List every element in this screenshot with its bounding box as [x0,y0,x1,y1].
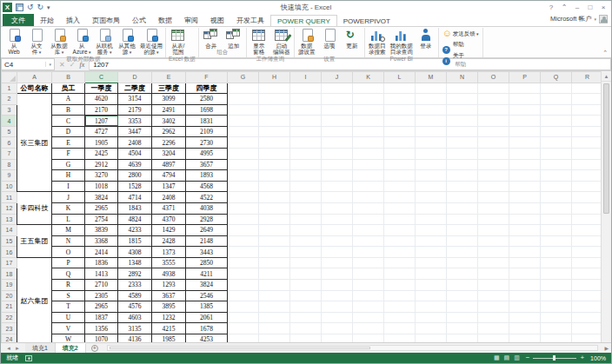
empty-cell[interactable] [478,334,509,342]
empty-cell[interactable] [384,257,416,268]
value-cell-E15[interactable]: 2428 [152,235,186,247]
empty-cell[interactable] [384,225,416,236]
row-header-16[interactable]: 16 [2,247,17,258]
empty-cell[interactable] [416,334,447,342]
empty-cell[interactable] [541,247,572,258]
value-cell-E14[interactable]: 1429 [152,225,186,236]
empty-cell[interactable] [572,137,602,149]
employee-cell[interactable]: I [52,181,85,192]
empty-cell[interactable] [572,290,602,301]
row-header-9[interactable]: 9 [2,170,17,182]
row-header-17[interactable]: 17 [2,257,17,268]
row-header-18[interactable]: 18 [2,268,17,280]
empty-cell[interactable] [541,159,572,170]
empty-cell[interactable] [259,301,290,313]
value-cell-E18[interactable]: 4938 [152,268,186,280]
value-cell-D19[interactable]: 2333 [118,279,152,290]
empty-cell[interactable] [478,257,509,268]
empty-cell[interactable] [478,312,509,323]
employee-cell[interactable]: R [52,279,85,290]
empty-cell[interactable] [259,104,290,116]
empty-cell[interactable] [572,312,602,323]
value-cell-F15[interactable]: 2148 [186,235,228,247]
vertical-scroll-thumb[interactable] [603,83,609,214]
empty-cell[interactable] [384,334,416,342]
empty-cell[interactable] [228,202,259,214]
empty-cell[interactable] [572,192,602,203]
empty-cell[interactable] [384,268,416,280]
empty-cell[interactable] [322,312,353,323]
zoom-out-icon[interactable]: − [526,354,530,361]
empty-cell[interactable] [447,290,478,301]
value-cell-E8[interactable]: 4897 [152,159,186,170]
empty-cell[interactable] [259,235,290,247]
value-cell-D15[interactable]: 1815 [118,235,152,247]
empty-cell[interactable] [290,170,322,182]
empty-cell[interactable] [228,225,259,236]
empty-cell[interactable] [478,137,509,149]
empty-cell[interactable] [572,334,602,342]
empty-cell[interactable] [447,268,478,280]
value-cell-E22[interactable]: 1232 [152,312,186,323]
employee-cell[interactable]: O [52,247,85,258]
value-cell-E12[interactable]: 4371 [152,202,186,214]
empty-cell[interactable] [416,159,447,170]
value-cell-D16[interactable]: 4308 [118,247,152,258]
empty-cell[interactable] [259,126,290,137]
empty-cell[interactable] [509,202,541,214]
empty-cell[interactable] [509,268,541,280]
empty-cell[interactable] [509,214,541,225]
value-cell-F7[interactable]: 4995 [186,149,228,160]
empty-cell[interactable] [322,257,353,268]
update-button[interactable]: ↻更新 [341,28,363,56]
table-header-cell[interactable]: 公司名称 [17,83,52,94]
empty-cell[interactable] [572,159,602,170]
column-header-H[interactable]: H [259,72,290,83]
value-cell-C3[interactable]: 2170 [85,104,118,116]
empty-cell[interactable] [416,323,447,334]
empty-cell[interactable] [509,137,541,149]
sheet-tab-填充2[interactable]: 填充2 [56,343,86,353]
empty-cell[interactable] [384,116,416,127]
empty-cell[interactable] [228,94,259,105]
help-button[interactable]: ?帮助 [440,39,482,50]
empty-cell[interactable] [353,323,384,334]
page-break-view-icon[interactable]: ▥ [514,354,520,361]
empty-cell[interactable] [353,181,384,192]
employee-cell[interactable]: C [52,116,85,127]
empty-cell[interactable] [509,323,541,334]
empty-cell[interactable] [478,225,509,236]
empty-cell[interactable] [416,202,447,214]
empty-cell[interactable] [259,116,290,127]
value-cell-F3[interactable]: 1698 [186,104,228,116]
empty-cell[interactable] [541,334,572,342]
empty-cell[interactable] [290,334,322,342]
value-cell-E7[interactable]: 3204 [152,149,186,160]
value-cell-D7[interactable]: 4504 [118,149,152,160]
empty-cell[interactable] [478,323,509,334]
empty-cell[interactable] [228,257,259,268]
value-cell-E23[interactable]: 4215 [152,323,186,334]
empty-cell[interactable] [416,94,447,105]
from-web-button[interactable]: 从 Web [3,28,25,56]
empty-cell[interactable] [447,192,478,203]
empty-cell[interactable] [416,279,447,290]
empty-cell[interactable] [322,192,353,203]
empty-cell[interactable] [353,279,384,290]
redo-icon[interactable]: ↻ [37,3,44,11]
value-cell-C18[interactable]: 1413 [85,268,118,280]
empty-cell[interactable] [384,290,416,301]
empty-cell[interactable] [353,202,384,214]
row-header-6[interactable]: 6 [2,137,17,149]
value-cell-D10[interactable]: 1528 [118,181,152,192]
empty-cell[interactable] [228,290,259,301]
empty-cell[interactable] [416,170,447,182]
empty-cell[interactable] [228,104,259,116]
empty-cell[interactable] [572,257,602,268]
value-cell-D13[interactable]: 4824 [118,214,152,225]
empty-cell[interactable] [478,268,509,280]
empty-cell[interactable] [416,137,447,149]
value-cell-D18[interactable]: 2892 [118,268,152,280]
value-cell-F20[interactable]: 2546 [186,290,228,301]
empty-cell[interactable] [353,247,384,258]
